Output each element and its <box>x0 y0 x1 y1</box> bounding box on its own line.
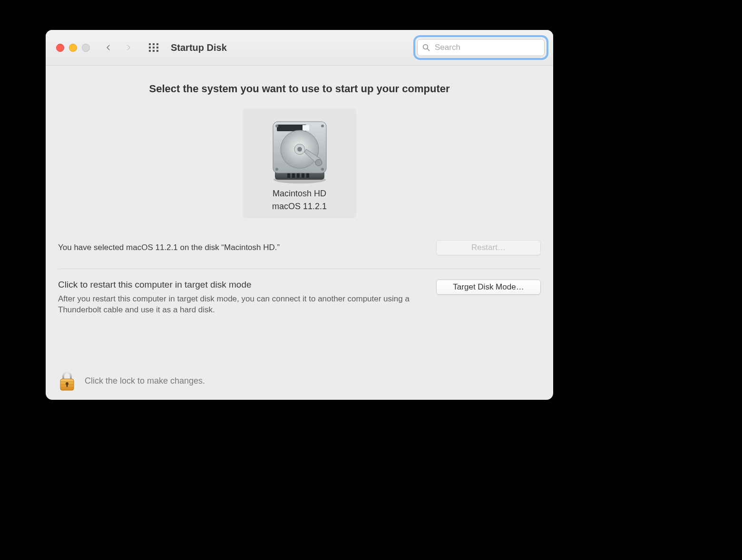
lock-row: Click the lock to make changes. <box>58 348 541 391</box>
target-disk-mode-text-block: Click to restart this computer in target… <box>58 280 424 316</box>
heading: Select the system you want to use to sta… <box>58 83 541 95</box>
target-disk-mode-description: After you restart this computer in targe… <box>58 294 424 316</box>
nav-arrows <box>105 44 132 51</box>
zoom-button <box>82 44 90 52</box>
titlebar: Startup Disk <box>46 30 553 66</box>
svg-rect-34 <box>67 384 68 387</box>
disk-list: Macintosh HD macOS 11.2.1 <box>58 108 541 218</box>
selected-status: You have selected macOS 11.2.1 on the di… <box>58 243 280 252</box>
svg-line-10 <box>427 48 430 51</box>
preferences-window: Startup Disk Select the system you want … <box>46 30 553 400</box>
minimize-button[interactable] <box>69 44 77 52</box>
svg-rect-1 <box>153 43 155 45</box>
content-area: Select the system you want to use to sta… <box>46 66 553 400</box>
target-disk-mode-row: Click to restart this computer in target… <box>58 280 541 316</box>
search-input[interactable] <box>417 39 545 56</box>
back-button[interactable] <box>105 44 112 51</box>
restart-button: Restart… <box>436 240 541 255</box>
search-wrap <box>417 39 545 56</box>
hard-disk-icon <box>266 117 333 186</box>
svg-rect-4 <box>153 47 155 48</box>
svg-rect-5 <box>156 47 158 48</box>
divider <box>58 269 541 269</box>
svg-point-27 <box>321 168 324 171</box>
svg-rect-7 <box>153 50 155 52</box>
svg-rect-8 <box>156 50 158 52</box>
disk-name: Macintosh HD <box>273 189 326 199</box>
search-icon <box>422 43 430 52</box>
svg-rect-2 <box>156 43 158 45</box>
close-button[interactable] <box>56 44 64 52</box>
chevron-right-icon <box>125 42 132 53</box>
svg-point-23 <box>297 147 302 152</box>
svg-rect-20 <box>303 125 309 131</box>
svg-rect-3 <box>149 47 151 48</box>
window-title: Startup Disk <box>171 42 227 53</box>
svg-point-24 <box>275 125 278 127</box>
svg-point-26 <box>275 168 278 171</box>
startup-disk-item[interactable]: Macintosh HD macOS 11.2.1 <box>243 108 356 218</box>
svg-point-28 <box>315 159 322 166</box>
show-all-button[interactable] <box>148 42 159 53</box>
svg-point-25 <box>321 125 324 127</box>
status-row: You have selected macOS 11.2.1 on the di… <box>58 240 541 255</box>
svg-rect-6 <box>149 50 151 52</box>
chevron-left-icon <box>105 42 112 53</box>
lock-message: Click the lock to make changes. <box>85 376 205 386</box>
svg-point-9 <box>423 45 428 49</box>
lock-icon <box>58 370 76 391</box>
lock-button[interactable] <box>58 370 76 391</box>
svg-rect-0 <box>149 43 151 45</box>
grid-icon <box>148 42 159 53</box>
window-controls <box>56 44 90 52</box>
target-disk-mode-title: Click to restart this computer in target… <box>58 280 424 290</box>
target-disk-mode-button[interactable]: Target Disk Mode… <box>436 280 541 295</box>
disk-os-version: macOS 11.2.1 <box>272 202 327 212</box>
forward-button <box>125 44 132 51</box>
